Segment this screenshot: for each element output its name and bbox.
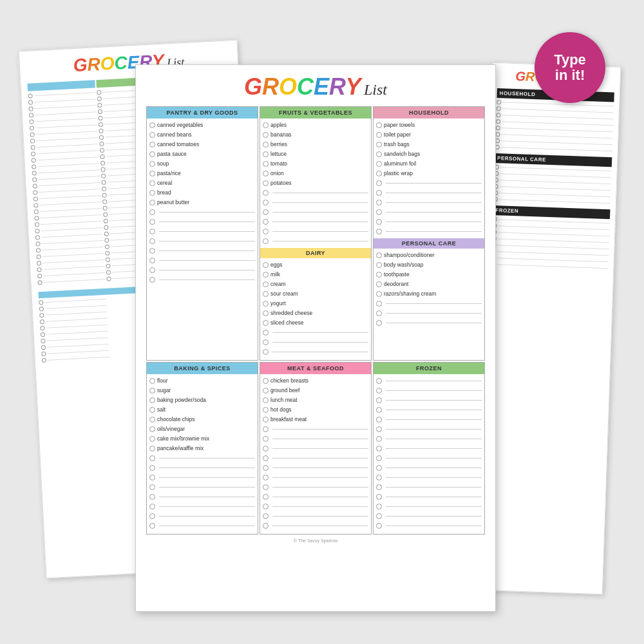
back-checkbox[interactable] — [37, 280, 42, 285]
baking-cb-b7[interactable] — [149, 513, 155, 519]
hh-cb-b1[interactable] — [376, 180, 382, 186]
fruits-cb-b6[interactable] — [263, 238, 269, 244]
baking-cb-b5[interactable] — [149, 494, 155, 500]
back-checkbox[interactable] — [102, 187, 106, 191]
meat-cb-b10[interactable] — [263, 513, 269, 519]
baking-cb-1[interactable] — [149, 378, 155, 384]
frozen-cb-6[interactable] — [376, 426, 382, 432]
hh-cb-4[interactable] — [376, 151, 382, 157]
fruits-cb-7[interactable] — [263, 180, 269, 186]
pantry-cb-b3[interactable] — [149, 229, 155, 234]
back-checkbox[interactable] — [28, 100, 33, 104]
back-checkbox[interactable] — [37, 267, 41, 272]
meat-cb-b1[interactable] — [263, 426, 269, 432]
back-checkbox[interactable] — [35, 235, 40, 240]
meat-cb-b11[interactable] — [263, 523, 269, 529]
back-checkbox[interactable] — [30, 145, 35, 149]
fruits-cb-3[interactable] — [263, 142, 269, 147]
baking-cb-4[interactable] — [149, 407, 155, 413]
back-checkbox[interactable] — [41, 332, 45, 337]
back-checkbox[interactable] — [42, 358, 46, 363]
pantry-cb-b5[interactable] — [149, 248, 155, 254]
back-checkbox[interactable] — [103, 219, 108, 223]
back-checkbox[interactable] — [104, 225, 108, 230]
back-checkbox[interactable] — [105, 257, 109, 261]
dairy-cb-b2[interactable] — [263, 339, 269, 345]
meat-cb-5[interactable] — [263, 417, 269, 422]
right-checkbox[interactable] — [496, 126, 500, 130]
pc-cb-3[interactable] — [376, 272, 382, 278]
meat-cb-b7[interactable] — [263, 484, 269, 490]
back-checkbox[interactable] — [97, 103, 102, 108]
back-checkbox[interactable] — [37, 261, 41, 265]
back-checkbox[interactable] — [34, 209, 39, 214]
baking-cb-b2[interactable] — [149, 465, 155, 471]
back-checkbox[interactable] — [104, 245, 109, 249]
back-checkbox[interactable] — [40, 319, 44, 324]
frozen-cb-13[interactable] — [376, 494, 382, 500]
frozen-cb-5[interactable] — [376, 417, 382, 422]
back-checkbox[interactable] — [104, 232, 108, 236]
back-checkbox[interactable] — [33, 196, 38, 201]
fruits-cb-b2[interactable] — [263, 200, 269, 205]
back-checkbox[interactable] — [36, 254, 41, 259]
dairy-cb-4[interactable] — [263, 291, 269, 297]
back-checkbox[interactable] — [97, 90, 101, 95]
back-checkbox[interactable] — [101, 174, 106, 178]
pantry-cb-b1[interactable] — [149, 209, 155, 215]
pc-cb-2[interactable] — [376, 262, 382, 268]
frozen-cb-4[interactable] — [376, 407, 382, 413]
back-checkbox[interactable] — [29, 113, 33, 117]
back-checkbox[interactable] — [29, 119, 33, 124]
hh-cb-2[interactable] — [376, 132, 382, 138]
back-checkbox[interactable] — [41, 339, 45, 343]
back-checkbox[interactable] — [30, 126, 34, 130]
baking-cb-b3[interactable] — [149, 475, 155, 480]
hh-cb-3[interactable] — [376, 142, 382, 147]
back-checkbox[interactable] — [41, 345, 46, 350]
back-checkbox[interactable] — [40, 326, 44, 330]
back-checkbox[interactable] — [102, 206, 107, 211]
right-checkbox[interactable] — [496, 113, 500, 117]
frozen-cb-10[interactable] — [376, 465, 382, 471]
hh-cb-b5[interactable] — [376, 219, 382, 225]
fruits-cb-b1[interactable] — [263, 190, 269, 196]
baking-cb-8[interactable] — [149, 446, 155, 451]
fruits-cb-5[interactable] — [263, 161, 269, 167]
back-checkbox[interactable] — [100, 161, 105, 166]
frozen-cb-7[interactable] — [376, 436, 382, 442]
back-checkbox[interactable] — [102, 193, 106, 198]
back-checkbox[interactable] — [33, 190, 37, 194]
pantry-cb-1[interactable] — [149, 122, 155, 128]
fruits-cb-b4[interactable] — [263, 219, 269, 225]
baking-cb-3[interactable] — [149, 397, 155, 403]
back-checkbox[interactable] — [28, 93, 32, 98]
meat-cb-b5[interactable] — [263, 465, 269, 471]
pantry-cb-8[interactable] — [149, 190, 155, 196]
dairy-cb-6[interactable] — [263, 310, 269, 316]
dairy-cb-b3[interactable] — [263, 349, 269, 355]
dairy-cb-5[interactable] — [263, 301, 269, 307]
back-checkbox[interactable] — [35, 222, 39, 227]
back-checkbox[interactable] — [39, 307, 44, 311]
frozen-cb-12[interactable] — [376, 484, 382, 490]
meat-cb-b6[interactable] — [263, 475, 269, 480]
back-checkbox[interactable] — [99, 135, 103, 140]
fruits-cb-1[interactable] — [263, 122, 269, 128]
baking-cb-b1[interactable] — [149, 455, 155, 461]
back-checkbox[interactable] — [30, 132, 34, 137]
back-checkbox[interactable] — [99, 142, 104, 146]
fruits-cb-6[interactable] — [263, 171, 269, 176]
meat-cb-b4[interactable] — [263, 455, 269, 461]
pantry-cb-3[interactable] — [149, 142, 155, 147]
pc-cb-1[interactable] — [376, 252, 382, 258]
pantry-cb-9[interactable] — [149, 200, 155, 205]
fruits-cb-2[interactable] — [263, 132, 269, 138]
back-checkbox[interactable] — [102, 200, 107, 204]
back-checkbox[interactable] — [32, 177, 37, 182]
pc-cb-5[interactable] — [376, 291, 382, 297]
back-checkbox[interactable] — [33, 184, 37, 188]
back-checkbox[interactable] — [97, 109, 102, 114]
baking-cb-b4[interactable] — [149, 484, 155, 490]
fruits-cb-b3[interactable] — [263, 209, 269, 215]
